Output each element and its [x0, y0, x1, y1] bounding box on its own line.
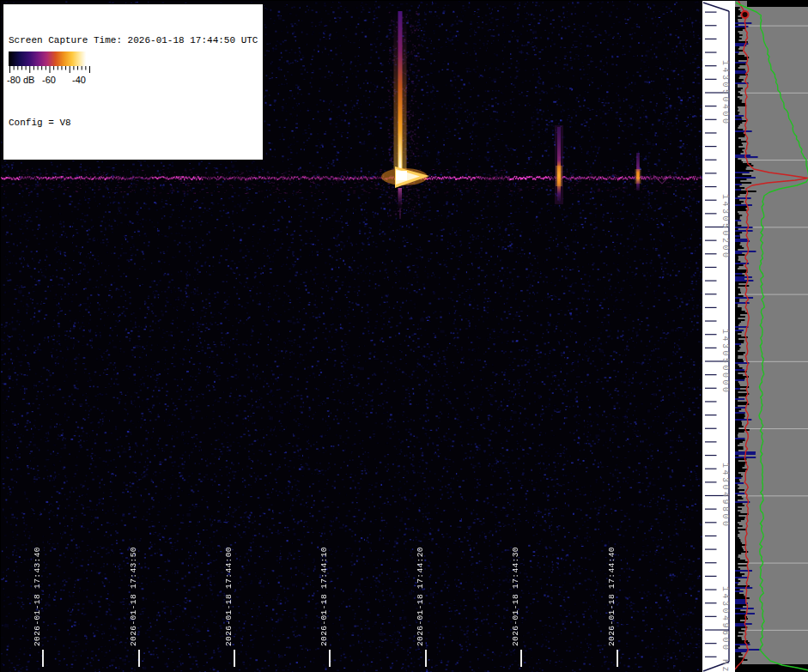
frequency-axis-label: 143049600 Hz — [720, 586, 730, 672]
time-axis-label: 2026-01-18 17:44:00 — [224, 547, 234, 646]
time-axis-label: 2026-01-18 17:43:50 — [129, 547, 138, 646]
capture-time-text: Screen Capture Time: 2026-01-18 17:44:50… — [9, 33, 258, 47]
time-axis-label: 2026-01-18 17:44:30 — [511, 547, 520, 646]
time-axis-label: 2026-01-18 17:43:40 — [33, 547, 42, 646]
time-axis-tick — [42, 650, 44, 667]
time-axis-label: 2026-01-18 17:44:40 — [607, 547, 617, 646]
frequency-axis-label: 143050200 — [720, 194, 730, 260]
spectrum-side-panel — [735, 1, 808, 672]
time-axis-tick — [425, 650, 427, 667]
frequency-axis-ticks — [702, 1, 735, 672]
legend-label-min: -80 dB — [7, 75, 34, 85]
time-axis-tick — [617, 650, 618, 667]
spectrogram-screen-capture: 2026-01-18 17:43:40 2026-01-18 17:43:50 … — [0, 0, 808, 672]
frequency-axis-label: 143049800 — [720, 463, 730, 529]
legend-label-max: -40 — [72, 75, 86, 85]
legend-label-mid: -60 — [42, 75, 56, 85]
time-axis-label: 2026-01-18 17:44:20 — [416, 547, 425, 646]
color-gradient-bar — [9, 51, 91, 66]
time-axis-tick — [329, 650, 331, 667]
time-axis-label: 2026-01-18 17:44:10 — [319, 547, 329, 646]
capture-config-text: Config = V8 — [9, 116, 258, 130]
frequency-axis-label: 143050400 — [720, 60, 730, 126]
frequency-axis-label: 143050000 — [720, 329, 730, 395]
time-axis-tick — [234, 650, 235, 667]
time-axis-tick — [520, 650, 522, 667]
color-scale-ticks — [9, 66, 91, 75]
frequency-axis-ruler: 143050400 143050200 143050000 143049800 … — [702, 1, 735, 672]
time-axis-tick — [138, 650, 140, 667]
color-scale-legend: -80 dB -60 -40 — [5, 49, 96, 90]
